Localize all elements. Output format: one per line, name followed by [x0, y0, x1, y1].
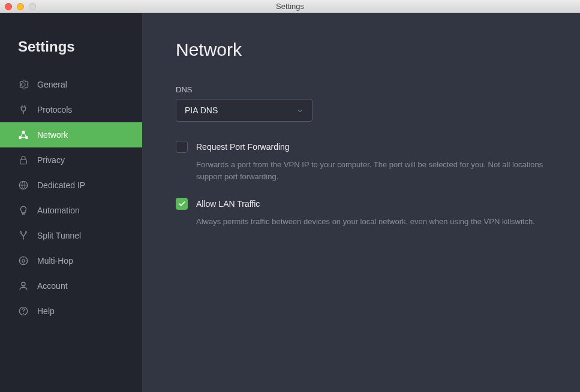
traffic-lights — [0, 3, 36, 10]
sidebar-item-dedicated-ip[interactable]: Dedicated IP — [0, 173, 142, 198]
maximize-window-button — [29, 3, 36, 10]
titlebar: Settings — [0, 0, 580, 13]
plug-icon — [18, 104, 29, 115]
sidebar-item-protocols[interactable]: Protocols — [0, 97, 142, 122]
svg-point-2 — [25, 136, 28, 139]
svg-point-9 — [23, 313, 24, 314]
globe-ip-icon — [18, 180, 29, 191]
sidebar-item-account[interactable]: Account — [0, 273, 142, 298]
page-title: Network — [176, 40, 546, 60]
user-icon — [18, 281, 29, 291]
dns-select-value: PIA DNS — [185, 105, 218, 115]
lightbulb-icon — [18, 205, 29, 216]
sidebar-item-split-tunnel[interactable]: Split Tunnel — [0, 223, 142, 248]
svg-point-7 — [22, 282, 25, 286]
dns-label: DNS — [176, 85, 546, 94]
sidebar-item-label: Network — [37, 130, 68, 140]
check-icon — [178, 200, 186, 208]
sidebar-item-label: Help — [37, 306, 55, 316]
sidebar-item-label: Protocols — [37, 105, 72, 114]
chevron-down-icon — [296, 107, 303, 114]
lock-icon — [18, 155, 29, 165]
sidebar-item-label: Split Tunnel — [37, 231, 81, 240]
minimize-window-button[interactable] — [17, 3, 24, 10]
main-content: Network DNS PIA DNS Request Port Forward… — [142, 13, 580, 392]
svg-point-6 — [22, 260, 25, 263]
window-title: Settings — [276, 2, 304, 11]
sidebar-item-label: General — [37, 80, 67, 89]
multihop-icon — [18, 255, 29, 266]
sidebar-item-general[interactable]: General — [0, 72, 142, 97]
lan-traffic-description: Always permits traffic between devices o… — [196, 216, 546, 228]
dns-select[interactable]: PIA DNS — [176, 99, 312, 122]
sidebar-item-automation[interactable]: Automation — [0, 198, 142, 223]
split-icon — [18, 230, 29, 241]
gear-icon — [18, 79, 29, 90]
port-forwarding-description: Forwards a port from the VPN IP to your … — [196, 159, 546, 182]
sidebar-item-label: Dedicated IP — [37, 180, 85, 190]
sidebar-item-multi-hop[interactable]: Multi-Hop — [0, 248, 142, 273]
sidebar-item-label: Automation — [37, 206, 80, 215]
help-icon — [18, 306, 29, 316]
port-forwarding-checkbox[interactable] — [176, 141, 188, 153]
sidebar-item-privacy[interactable]: Privacy — [0, 147, 142, 173]
sidebar-item-help[interactable]: Help — [0, 298, 142, 324]
svg-rect-3 — [20, 159, 27, 164]
sidebar-item-label: Multi-Hop — [37, 256, 73, 266]
lan-traffic-checkbox[interactable] — [176, 198, 188, 210]
svg-point-1 — [19, 136, 22, 139]
sidebar-header: Settings — [0, 24, 142, 72]
network-icon — [18, 129, 29, 140]
sidebar-item-label: Account — [37, 281, 68, 291]
port-forwarding-label: Request Port Forwarding — [196, 141, 290, 153]
lan-traffic-label: Allow LAN Traffic — [196, 198, 260, 210]
sidebar: Settings General Protocols Network Priva… — [0, 13, 142, 392]
sidebar-item-label: Privacy — [37, 155, 65, 165]
close-window-button[interactable] — [5, 3, 12, 10]
sidebar-item-network[interactable]: Network — [0, 122, 142, 147]
